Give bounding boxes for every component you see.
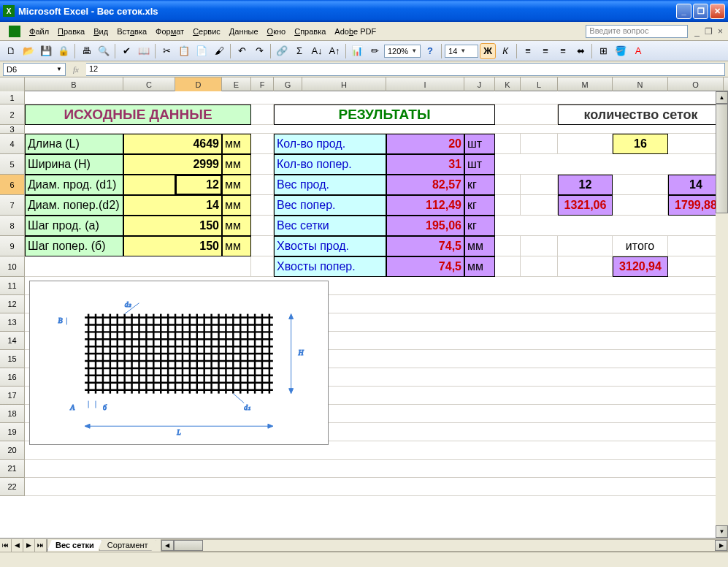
undo-button[interactable]: ↶ [234,43,250,59]
cell-unit[interactable]: кг [464,195,495,216]
col-header[interactable]: H [302,77,386,91]
row-header[interactable]: 6 [0,175,25,195]
sort-desc-button[interactable]: A↑ [326,43,342,59]
row-header[interactable]: 20 [0,441,25,460]
menu-adobe[interactable]: Adobe PDF [330,26,380,37]
bold-button[interactable]: Ж [480,43,496,59]
sheet-tab-active[interactable]: Вес сетки [47,540,102,551]
row-header[interactable]: 3 [0,125,25,134]
fontsize-combo[interactable]: 14▼ [445,45,478,58]
close-button[interactable]: ✕ [710,4,725,19]
col-header[interactable]: K [495,77,521,91]
vertical-scrollbar[interactable]: ▲ ▼ [716,91,728,538]
preview-button[interactable]: 🔍 [96,43,112,59]
row-header[interactable]: 10 [0,256,25,277]
cell-unit[interactable]: мм [222,195,251,216]
row-header[interactable]: 4 [0,134,25,154]
cell-unit[interactable]: мм [222,236,251,256]
cell-value[interactable]: 74,5 [386,256,464,277]
cell-value[interactable]: 20 [386,134,464,154]
cell[interactable] [251,216,274,236]
cell-unit[interactable]: мм [222,134,251,154]
cell[interactable] [495,104,558,125]
col-header[interactable]: G [274,77,302,91]
menu-service[interactable]: Сервис [188,26,225,37]
cell[interactable] [495,256,521,277]
cell[interactable] [25,256,251,277]
cell[interactable] [495,236,521,256]
cell[interactable] [251,175,274,195]
cell-value[interactable]: 14 [123,195,222,216]
row-header[interactable]: 17 [0,387,25,405]
fill-color-button[interactable]: 🪣 [613,43,629,59]
cell-unit[interactable]: мм [222,216,251,236]
cell[interactable] [495,195,521,216]
zoom-combo[interactable]: 120%▼ [384,45,421,58]
row-header[interactable]: 11 [0,277,25,295]
format-painter-button[interactable]: 🖌 [211,43,227,59]
sheet-tab[interactable]: Сортамент [99,540,156,551]
cell-label[interactable]: Вес попер. [274,195,386,216]
cell-label[interactable]: Ширина (Н) [25,154,123,175]
tab-prev-button[interactable]: ◀ [12,539,23,552]
cell-value[interactable]: 31 [386,154,464,175]
permissions-button[interactable]: 🔒 [55,43,72,59]
scroll-up-button[interactable]: ▲ [716,91,728,104]
col-header[interactable]: E [222,77,251,91]
italic-button[interactable]: К [497,43,513,59]
tab-first-button[interactable]: ⏮ [0,539,12,552]
fx-icon[interactable]: fx [69,65,83,74]
cell[interactable] [25,91,724,104]
align-right-button[interactable]: ≡ [555,43,571,59]
row-header[interactable]: 18 [0,405,25,423]
cell-value[interactable]: 112,49 [386,195,464,216]
row-header[interactable]: 7 [0,195,25,216]
active-cell[interactable]: 12 [175,175,222,195]
row-header[interactable]: 13 [0,313,25,332]
cell-value[interactable]: 1321,06 [558,195,613,216]
header-results[interactable]: РЕЗУЛЬТАТЫ [274,104,495,125]
cell[interactable] [558,236,613,256]
tab-next-button[interactable]: ▶ [23,539,35,552]
cell-label[interactable]: Диам. прод. (d1) [25,175,123,195]
copy-button[interactable]: 📋 [176,43,192,59]
cell-unit[interactable]: мм [222,175,251,195]
row-header[interactable]: 16 [0,368,25,387]
cell[interactable] [558,256,613,277]
menu-data[interactable]: Данные [225,26,263,37]
cell-label[interactable]: Диам. попер.(d2) [25,195,123,216]
cell[interactable] [25,478,724,496]
cell-label[interactable]: Хвосты попер. [274,256,386,277]
cell-label[interactable]: Длина (L) [25,134,123,154]
row-header[interactable]: 19 [0,423,25,441]
col-header[interactable]: D [175,77,222,91]
cell-label[interactable]: Хвосты прод. [274,236,386,256]
cell-label[interactable]: Кол-во прод. [274,134,386,154]
cell-label[interactable]: Вес прод. [274,175,386,195]
spreadsheet-grid[interactable]: B C D E F G H I J K L M N O 1 2 3 4 5 6 … [0,77,728,552]
menu-insert[interactable]: Вставка [112,26,151,37]
cell-value[interactable]: 195,06 [386,216,464,236]
borders-button[interactable]: ⊞ [595,43,611,59]
new-button[interactable]: 🗋 [3,43,19,59]
cell-label[interactable]: Вес сетки [274,216,386,236]
cell[interactable] [251,256,274,277]
header-count[interactable]: количество сеток [558,104,724,125]
tab-last-button[interactable]: ⏭ [35,539,47,552]
cell-value[interactable]: 4649 [123,134,222,154]
col-header[interactable]: F [251,77,274,91]
scroll-down-button[interactable]: ▼ [716,525,728,538]
cell[interactable] [521,195,558,216]
scroll-right-button[interactable]: ▶ [715,540,727,551]
doc-restore-button[interactable]: ❐ [702,26,715,37]
chart-button[interactable]: 📊 [349,43,365,59]
cell[interactable] [521,134,558,154]
row-header[interactable]: 14 [0,332,25,350]
cell[interactable] [123,175,175,195]
row-header[interactable]: 22 [0,478,25,496]
cell[interactable] [521,236,558,256]
cell[interactable] [495,216,724,236]
doc-close-button[interactable]: × [716,26,725,37]
cell[interactable] [613,195,668,216]
cell[interactable] [251,104,274,125]
